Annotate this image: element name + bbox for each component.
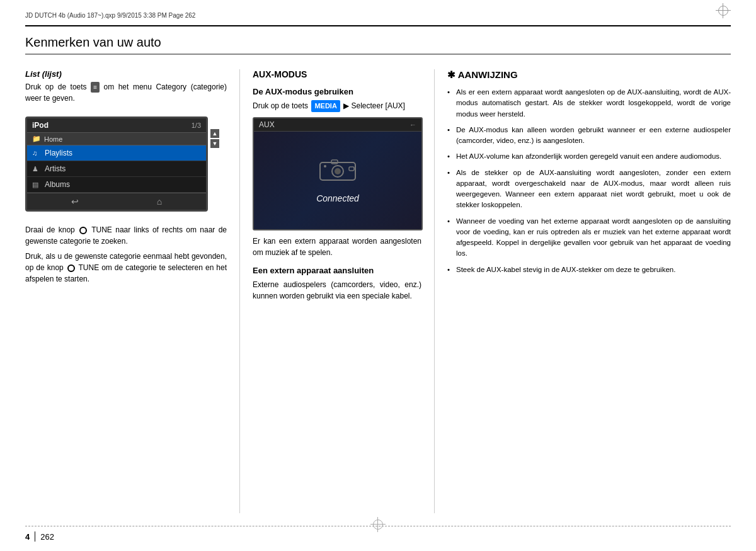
list-title: List (lijst) (25, 69, 227, 79)
crosshair-top (716, 3, 731, 18)
ipod-label: iPod (32, 121, 49, 130)
page-num: 262 (40, 532, 54, 542)
connect-title: Een extern apparaat aansluiten (253, 266, 421, 275)
ipod-folder-text: Home (44, 135, 62, 143)
aux-screen-content: Connected (254, 132, 421, 229)
ipod-item-artists-label: Artists (45, 164, 66, 173)
bullet-item-2: De AUX-modus kan alleen worden gebruikt … (447, 125, 731, 147)
asterisk-icon: ✱ (447, 69, 458, 80)
tune-text-2: Druk, als u de gewenste categorie eenmaa… (25, 251, 227, 285)
connect-desc: Externe audiospelers (camcorders, video,… (253, 279, 421, 302)
scroll-arrows: ▲ ▼ (210, 129, 219, 148)
scroll-down-arrow[interactable]: ▼ (210, 139, 219, 148)
ipod-item-artists[interactable]: ♟ Artists (27, 161, 206, 177)
bullet-item-6: Steek de AUX-kabel stevig in de AUX-stek… (447, 264, 731, 275)
ipod-page-num: 1/3 (192, 122, 201, 129)
ipod-top-bar: iPod 1/3 (27, 118, 206, 133)
person-icon: ♟ (32, 165, 41, 173)
col-right: ✱ AANWIJZING Als er een extern apparaat … (435, 69, 731, 513)
ipod-item-albums[interactable]: ▤ Albums (27, 177, 206, 193)
bullet-item-5: Wanneer de voeding van het externe appar… (447, 216, 731, 259)
back-btn-icon[interactable]: ↩ (71, 196, 79, 207)
aux-screen: AUX ← Connected (253, 117, 423, 230)
tune-text-1: Draai de knop TUNE naar links of rechts … (25, 224, 227, 247)
ipod-screen: iPod 1/3 📁 Home ♫ Playlists ♟ Arti (25, 116, 208, 212)
section-heading: Kenmerken van uw auto (25, 31, 731, 55)
section-title: Kenmerken van uw auto (25, 35, 731, 50)
content-area: List (lijst) Druk op de toets ≡ om het m… (25, 69, 731, 513)
svg-rect-4 (349, 167, 354, 171)
bullet-item-1: Als er een extern apparaat wordt aangesl… (447, 87, 731, 120)
use-text: Druk op de toets MEDIA ▶ Selecteer [AUX] (253, 100, 421, 112)
header-meta: JD DUTCH 4b (Audio 187~).qxp 9/9/2015 3:… (25, 12, 195, 19)
music-note-icon: ♫ (32, 149, 41, 157)
page-num-divider (35, 531, 35, 542)
page-section-num: 4 (25, 532, 30, 542)
ipod-bottom-bar: ↩ ⌂ (27, 193, 206, 210)
scroll-up-arrow[interactable]: ▲ (210, 129, 219, 138)
svg-point-2 (335, 168, 341, 174)
page-header: JD DUTCH 4b (Audio 187~).qxp 9/9/2015 3:… (25, 5, 731, 25)
use-title: De AUX-modus gebruiken (253, 87, 421, 96)
camera-icon (319, 157, 357, 188)
ipod-folder-bar: 📁 Home (27, 133, 206, 145)
ipod-screen-wrapper: iPod 1/3 📁 Home ♫ Playlists ♟ Arti (25, 110, 208, 218)
ipod-item-playlists-label: Playlists (45, 149, 72, 157)
aux-mode-title: AUX-MODUS (253, 69, 421, 79)
tune-knob-icon (79, 227, 87, 234)
aux-connected-text: Connected (316, 193, 359, 203)
bullet-item-4: Als de stekker op de AUX-aansluiting wor… (447, 168, 731, 211)
col-left: List (lijst) Druk op de toets ≡ om het m… (25, 69, 239, 513)
ipod-item-playlists[interactable]: ♫ Playlists (27, 145, 206, 161)
use-desc: Er kan een extern apparaat worden aanges… (253, 236, 421, 258)
aanwijzing-title: ✱ AANWIJZING (447, 69, 731, 81)
crosshair-bottom (370, 517, 386, 532)
col-mid: AUX-MODUS De AUX-modus gebruiken Druk op… (239, 69, 435, 513)
album-icon: ▤ (32, 181, 41, 189)
top-border (25, 25, 731, 26)
folder-icon: 📁 (32, 135, 41, 143)
svg-point-5 (324, 165, 326, 168)
media-badge: MEDIA (311, 100, 340, 112)
aux-top-bar: AUX ← (254, 118, 421, 132)
aux-label: AUX (259, 120, 275, 129)
tune-knob-icon-2 (67, 264, 75, 272)
home-btn-icon[interactable]: ⌂ (157, 196, 162, 207)
bullet-list: Als er een extern apparaat wordt aangesl… (447, 87, 731, 275)
list-intro: Druk op de toets ≡ om het menu Category … (25, 81, 227, 104)
bullet-item-3: Het AUX-volume kan afzonderlijk worden g… (447, 151, 731, 162)
page-num-box: 4 262 (25, 531, 54, 542)
aux-arrow-icon: ← (410, 121, 416, 128)
ipod-item-albums-label: Albums (45, 180, 70, 189)
ipod-menu-items: ♫ Playlists ♟ Artists ▤ Albums (27, 145, 206, 193)
